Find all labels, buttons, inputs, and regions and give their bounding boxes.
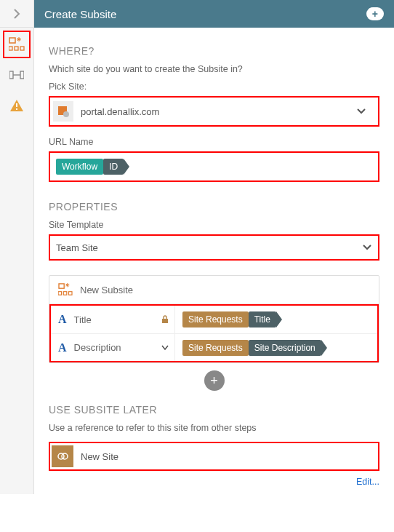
svg-rect-3 [20, 47, 24, 50]
site-icon [53, 101, 73, 122]
svg-rect-14 [69, 292, 73, 295]
pick-site-field[interactable]: portal.denallix.com [49, 96, 379, 127]
text-type-icon: A [58, 341, 67, 354]
subsite-icon [58, 283, 73, 296]
chevron-down-icon [362, 244, 372, 251]
svg-rect-12 [58, 292, 62, 295]
tag-field: Site Description [249, 340, 321, 356]
chevron-right-icon [12, 9, 21, 19]
svg-rect-0 [9, 38, 15, 43]
url-tag-id: ID [103, 159, 124, 175]
svg-rect-13 [63, 292, 67, 295]
prop-row-description[interactable]: A Description Site Requests Site Descrip… [51, 333, 377, 361]
svg-rect-11 [59, 284, 64, 288]
main-panel: Create Subsite + WHERE? Which site do yo… [34, 0, 394, 494]
sidebar-item-warning[interactable] [3, 92, 31, 119]
tag-source: Site Requests [182, 311, 249, 327]
svg-rect-4 [9, 71, 13, 79]
svg-rect-1 [9, 47, 12, 50]
pick-site-value: portal.denallix.com [76, 106, 356, 117]
later-heading: USE SUBSITE LATER [49, 404, 379, 416]
properties-heading: PROPERTIES [49, 201, 379, 213]
prop-label: Description [74, 342, 154, 353]
url-name-field[interactable]: Workflow ID [49, 151, 379, 182]
site-template-value: Team Site [56, 242, 362, 253]
card-header: New Subsite [49, 276, 379, 304]
svg-rect-7 [16, 103, 17, 107]
tag-source: Site Requests [182, 340, 249, 356]
svg-point-10 [63, 111, 69, 117]
expand-icon[interactable] [161, 345, 169, 351]
subsite-card: New Subsite A Title Site Reque [49, 275, 379, 363]
prop-row-title[interactable]: A Title Site Requests Title [51, 306, 377, 333]
warning-icon [9, 99, 24, 112]
svg-point-17 [62, 453, 68, 459]
site-template-label: Site Template [49, 220, 379, 230]
svg-rect-5 [20, 71, 24, 79]
chevron-down-icon [356, 108, 366, 115]
edit-link[interactable]: Edit... [49, 477, 379, 487]
svg-rect-8 [16, 108, 17, 110]
sidebar-item-mapping[interactable] [3, 61, 31, 89]
card-title: New Subsite [80, 285, 133, 295]
mapping-icon [9, 69, 24, 81]
reference-value: New Site [81, 451, 118, 462]
add-button[interactable]: + [366, 7, 384, 20]
text-type-icon: A [58, 313, 67, 326]
pick-site-dropdown-icon[interactable] [356, 108, 377, 115]
tag-field: Title [249, 311, 276, 327]
reference-icon [52, 445, 73, 467]
add-property-button[interactable]: + [204, 370, 225, 391]
panel-title: Create Subsite [44, 8, 116, 20]
lock-icon [161, 315, 169, 324]
where-helper: Which site do you want to create the Sub… [49, 64, 379, 74]
property-rows: A Title Site Requests Title [49, 304, 379, 362]
later-helper: Use a reference to refer to this site fr… [49, 423, 379, 433]
where-heading: WHERE? [49, 45, 379, 57]
url-name-label: URL Name [49, 137, 379, 147]
reference-field[interactable]: New Site [49, 442, 379, 471]
url-tag-workflow: Workflow [56, 159, 103, 175]
subsite-icon [9, 37, 25, 52]
sidebar-item-subsite[interactable] [3, 31, 31, 58]
pick-site-label: Pick Site: [49, 82, 379, 92]
chevron-down-icon [161, 345, 169, 351]
sidebar [0, 0, 34, 494]
svg-rect-15 [162, 319, 168, 323]
site-template-field[interactable]: Team Site [49, 234, 379, 261]
panel-header: Create Subsite + [34, 0, 394, 28]
svg-rect-2 [15, 47, 18, 50]
prop-label: Title [74, 314, 154, 325]
sidebar-collapse-toggle[interactable] [0, 0, 33, 28]
